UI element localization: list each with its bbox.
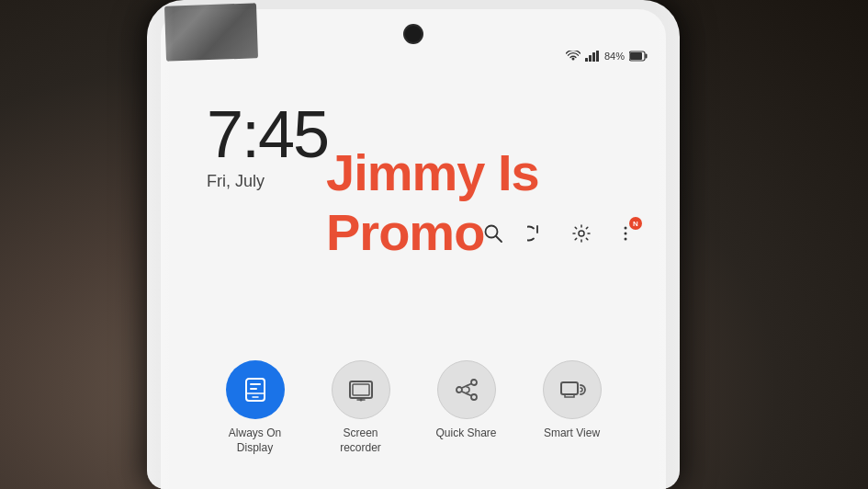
clock-area: 7:45 Fri, July bbox=[207, 101, 328, 191]
wifi-icon bbox=[566, 51, 581, 62]
quick-panel: Always OnDisplay Screenrecorder bbox=[161, 342, 666, 489]
svg-rect-1 bbox=[589, 55, 592, 62]
svg-rect-14 bbox=[250, 383, 261, 385]
signal-icon bbox=[585, 51, 600, 62]
clock-date: Fri, July bbox=[207, 172, 328, 191]
svg-rect-2 bbox=[592, 52, 595, 62]
screen-recorder-label: Screenrecorder bbox=[340, 426, 381, 455]
scene: 84% 7:45 Fri, July Jimmy Is Promo bbox=[0, 0, 868, 489]
smart-view-icon-circle[interactable] bbox=[543, 360, 602, 419]
svg-rect-17 bbox=[353, 384, 369, 395]
svg-rect-5 bbox=[646, 54, 648, 59]
quick-item-smart-view[interactable]: Smart View bbox=[531, 360, 614, 441]
watermark-text: Jimmy Is Promo bbox=[326, 142, 666, 262]
battery-icon bbox=[629, 51, 648, 62]
always-on-display-label: Always OnDisplay bbox=[229, 426, 281, 455]
svg-rect-24 bbox=[561, 382, 578, 394]
status-bar: 84% bbox=[566, 51, 648, 62]
tape-damage bbox=[164, 3, 258, 61]
svg-point-19 bbox=[471, 380, 477, 385]
svg-rect-15 bbox=[250, 388, 257, 390]
camera-cutout bbox=[405, 26, 422, 42]
svg-point-21 bbox=[457, 387, 462, 392]
svg-rect-6 bbox=[630, 52, 642, 60]
quick-share-label: Quick Share bbox=[435, 426, 496, 441]
quick-item-always-on-display[interactable]: Always OnDisplay bbox=[214, 360, 297, 455]
screen-recorder-icon-circle[interactable] bbox=[332, 360, 390, 419]
smart-view-label: Smart View bbox=[544, 426, 600, 441]
quick-item-screen-recorder[interactable]: Screenrecorder bbox=[320, 360, 402, 455]
quick-share-icon-circle[interactable] bbox=[437, 360, 496, 419]
phone-screen: 84% 7:45 Fri, July Jimmy Is Promo bbox=[161, 9, 666, 489]
battery-percent: 84% bbox=[604, 51, 625, 62]
svg-point-20 bbox=[471, 394, 477, 400]
quick-item-quick-share[interactable]: Quick Share bbox=[425, 360, 508, 441]
always-on-display-icon-circle[interactable] bbox=[226, 360, 285, 419]
phone-body: 84% 7:45 Fri, July Jimmy Is Promo bbox=[147, 0, 680, 489]
svg-rect-0 bbox=[585, 58, 588, 62]
svg-rect-3 bbox=[596, 51, 599, 62]
clock-time: 7:45 bbox=[207, 101, 328, 167]
